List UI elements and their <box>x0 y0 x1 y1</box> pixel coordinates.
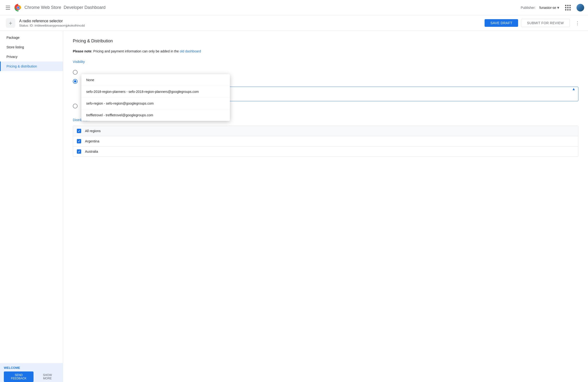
page-title: Pricing & Distribution <box>73 39 578 43</box>
welcome-title: WELCOME <box>4 366 59 370</box>
main-content: Pricing & Distribution Please note: Pric… <box>63 31 588 382</box>
apps-icon[interactable] <box>563 3 573 12</box>
publisher-selector[interactable]: funastor-se ▾ <box>539 5 559 10</box>
radio-circle-3 <box>73 104 78 108</box>
radio-circle-2 <box>73 79 78 84</box>
hamburger-menu[interactable] <box>4 3 13 12</box>
welcome-buttons: SEND FEEDBACK SHOW MORE <box>4 371 59 382</box>
publisher-chevron-icon: ▾ <box>557 5 559 10</box>
app-name: Chrome Web Store <box>24 5 61 10</box>
visibility-title: Visibility <box>73 60 578 64</box>
extension-icon: ＋ <box>6 18 15 28</box>
option-sefo2018-label: sefo-2018-region-planners - sefo-2018-re… <box>86 90 199 94</box>
option-seforegion-label: sefo-region - sefo-region@googlegroups.c… <box>86 101 154 105</box>
extension-id: ID: imbkeeibioanppnoaomjpkokolhincdd <box>30 24 85 27</box>
more-options-button[interactable]: ⋮ <box>573 18 582 28</box>
avatar[interactable] <box>576 4 584 12</box>
dropdown-popup: None sefo-2018-region-planners - sefo-20… <box>81 74 230 121</box>
sidebar: Package Store listing Privacy Pricing & … <box>0 31 63 382</box>
publisher-name-text: funastor-se <box>539 6 556 10</box>
save-draft-button[interactable]: SAVE DRAFT <box>484 19 518 27</box>
sidebar-item-package[interactable]: Package <box>0 33 63 42</box>
extension-name: A radio reference selector <box>19 19 85 23</box>
distribution-table: ✓ All regions ✓ Argentina ✓ Australia <box>73 126 578 157</box>
status-label: Status: <box>19 24 29 27</box>
distribution-row-australia[interactable]: ✓ Australia <box>73 146 578 157</box>
sidebar-item-privacy[interactable]: Privacy <box>0 52 63 61</box>
extension-plus-icon: ＋ <box>8 19 13 27</box>
extension-info: A radio reference selector Status: ID: i… <box>19 19 85 27</box>
radio-circle-1 <box>73 70 78 75</box>
dropdown-option-sefo2018[interactable]: sefo-2018-region-planners - sefo-2018-re… <box>81 86 230 98</box>
sidebar-item-pricing-distribution[interactable]: Pricing & distribution <box>0 61 63 71</box>
sidebar-item-label-store-listing: Store listing <box>6 45 24 49</box>
submit-review-button[interactable]: SUBMIT FOR REVIEW <box>521 19 570 27</box>
option-none-label: None <box>86 78 94 82</box>
label-australia: Australia <box>85 150 98 153</box>
app-subtitle: Developer Dashboard <box>64 5 105 10</box>
extension-status: Status: ID: imbkeeibioanppnoaomjpkokolhi… <box>19 24 85 27</box>
avatar-inner <box>576 4 584 12</box>
note-bold: Please note <box>73 49 91 53</box>
sidebar-item-label-package: Package <box>6 36 19 40</box>
note-box: Please note: Pricing and payment informa… <box>73 49 578 53</box>
old-dashboard-link[interactable]: old dashboard <box>180 49 201 53</box>
show-more-button[interactable]: SHOW MORE <box>35 371 59 382</box>
chrome-logo <box>14 4 22 12</box>
dropdown-option-seforegion[interactable]: sefo-region - sefo-region@googlegroups.c… <box>81 98 230 109</box>
visibility-section: Visibility None <box>73 60 578 110</box>
sub-header: ＋ A radio reference selector Status: ID:… <box>0 15 588 31</box>
note-text: : Pricing and payment information can on… <box>91 49 180 53</box>
dropdown-option-none[interactable]: None <box>81 74 230 86</box>
distribution-section: Distribution ✓ All regions ✓ Argentina <box>73 118 578 157</box>
label-all-regions: All regions <box>85 129 101 133</box>
radio-item-2-wrapper: None sefo-2018-region-planners - sefo-20… <box>73 77 578 101</box>
radio-group: None sefo-2018-region-planners - sefo-20… <box>73 67 578 110</box>
main-layout: Package Store listing Privacy Pricing & … <box>0 31 588 382</box>
label-argentina: Argentina <box>85 139 99 143</box>
checkbox-argentina: ✓ <box>77 139 81 143</box>
svg-point-3 <box>17 6 19 9</box>
app-title: Chrome Web Store Developer Dashboard <box>24 5 105 10</box>
sub-header-actions: SAVE DRAFT SUBMIT FOR REVIEW ⋮ <box>484 18 582 28</box>
sidebar-item-store-listing[interactable]: Store listing <box>0 42 63 52</box>
select-chevron-icon: ▲ <box>572 86 576 91</box>
dropdown-option-treffletrovel[interactable]: treffletrovel - treffletrovel@googlegrou… <box>81 109 230 121</box>
logo-area: Chrome Web Store Developer Dashboard <box>14 4 105 12</box>
publisher-label: Publisher: <box>521 6 536 10</box>
distribution-row-all[interactable]: ✓ All regions <box>73 126 578 136</box>
distribution-row-argentina[interactable]: ✓ Argentina <box>73 136 578 146</box>
sidebar-item-label-pricing: Pricing & distribution <box>6 64 37 68</box>
send-feedback-button[interactable]: SEND FEEDBACK <box>4 371 34 382</box>
top-nav: Chrome Web Store Developer Dashboard Pub… <box>0 0 588 15</box>
checkbox-australia: ✓ <box>77 149 81 154</box>
grid-dots <box>565 5 571 11</box>
top-nav-right: Publisher: funastor-se ▾ <box>521 3 584 12</box>
sidebar-item-label-privacy: Privacy <box>6 55 18 59</box>
welcome-panel: WELCOME SEND FEEDBACK SHOW MORE <box>0 363 63 382</box>
option-treffletrovel-label: treffletrovel - treffletrovel@googlegrou… <box>86 113 153 117</box>
checkbox-all-regions: ✓ <box>77 129 81 133</box>
